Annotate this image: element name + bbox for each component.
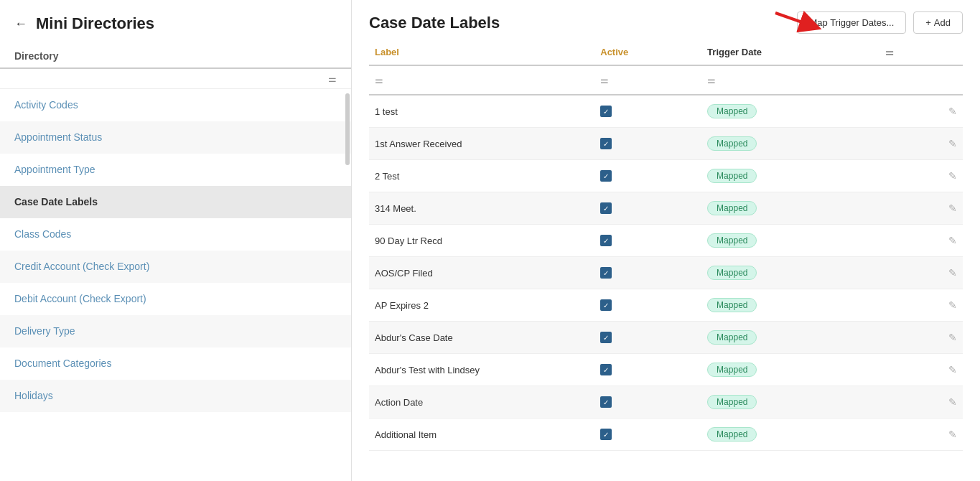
edit-icon[interactable]: ✎ [948,332,957,343]
table-row: AP Expires 2✓Mapped✎ [369,289,963,322]
cell-label: Additional Item [369,419,594,451]
mapped-badge: Mapped [707,330,757,345]
checkbox-checked-icon[interactable]: ✓ [600,332,612,343]
sidebar-item-appointment-status[interactable]: Appointment Status [0,121,351,154]
cell-action: ✎ [879,225,963,257]
table-row: 1 test✓Mapped✎ [369,95,963,128]
add-button[interactable]: + Add [913,11,963,34]
edit-icon[interactable]: ✎ [948,364,957,375]
checkbox-checked-icon[interactable]: ✓ [600,170,612,182]
cell-active: ✓ [594,160,701,192]
edit-icon[interactable]: ✎ [948,106,957,117]
cell-label: Action Date [369,386,594,419]
mapped-badge: Mapped [707,104,757,118]
sidebar-item-debit-account[interactable]: Debit Account (Check Export) [0,283,351,315]
checkbox-checked-icon[interactable]: ✓ [600,267,612,279]
sidebar-item-delivery-type[interactable]: Delivery Type [0,315,351,347]
table-row: 90 Day Ltr Recd✓Mapped✎ [369,225,963,257]
cell-trigger: Mapped [701,225,879,257]
trigger-filter-icon[interactable]: ⚌ [707,75,716,85]
checkbox-checked-icon[interactable]: ✓ [600,364,612,375]
cell-action: ✎ [879,289,963,322]
sidebar-header: ← Mini Directories [0,14,351,45]
table-row: Abdur's Case Date✓Mapped✎ [369,322,963,354]
cell-action: ✎ [879,354,963,386]
sidebar-item-holidays[interactable]: Holidays [0,380,351,412]
col-header-trigger: Trigger Date [701,39,879,65]
sidebar-item-class-codes[interactable]: Class Codes [0,218,351,251]
main-header: Case Date Labels Map Trigger Dates... + … [352,0,980,39]
filter-icon[interactable]: ⚌ [328,73,337,84]
mapped-badge: Mapped [707,298,757,312]
edit-icon[interactable]: ✎ [948,170,957,182]
cell-active: ✓ [594,354,701,386]
arrow-annotation [772,7,829,38]
sidebar-items-list: Activity CodesAppointment StatusAppointm… [0,89,351,412]
table-header-row: Label Active Trigger Date ⚌ [369,39,963,65]
cell-label: Abdur's Test with Lindsey [369,354,594,386]
directory-col-header: Directory [0,45,351,69]
table-row: 314 Meet.✓Mapped✎ [369,192,963,225]
edit-icon[interactable]: ✎ [948,235,957,246]
cell-active: ✓ [594,225,701,257]
cell-trigger: Mapped [701,128,879,160]
mapped-badge: Mapped [707,136,757,151]
case-date-labels-table: Label Active Trigger Date ⚌ ⚌ ⚌ [369,39,963,451]
mapped-badge: Mapped [707,363,757,377]
checkbox-checked-icon[interactable]: ✓ [600,138,612,149]
table-row: 1st Answer Received✓Mapped✎ [369,128,963,160]
cell-action: ✎ [879,95,963,128]
cell-active: ✓ [594,95,701,128]
table-body: 1 test✓Mapped✎1st Answer Received✓Mapped… [369,95,963,451]
sidebar-title: Mini Directories [36,14,154,33]
checkbox-checked-icon[interactable]: ✓ [600,299,612,311]
col-header-label: Label [369,39,594,65]
edit-icon[interactable]: ✎ [948,267,957,279]
active-filter-icon[interactable]: ⚌ [600,75,609,85]
svg-line-1 [775,13,816,27]
data-table-wrapper: Label Active Trigger Date ⚌ ⚌ ⚌ [352,39,980,481]
red-arrow-icon [772,7,829,36]
checkbox-checked-icon[interactable]: ✓ [600,429,612,440]
action-filter-cell [879,65,963,95]
sidebar-item-case-date-labels[interactable]: Case Date Labels [0,186,351,218]
sidebar-item-credit-account[interactable]: Credit Account (Check Export) [0,251,351,283]
checkbox-checked-icon[interactable]: ✓ [600,396,612,408]
cell-active: ✓ [594,419,701,451]
mapped-badge: Mapped [707,266,757,280]
cell-action: ✎ [879,322,963,354]
edit-icon[interactable]: ✎ [948,299,957,311]
checkbox-checked-icon[interactable]: ✓ [600,106,612,117]
cell-label: Abdur's Case Date [369,322,594,354]
edit-icon[interactable]: ✎ [948,429,957,440]
cell-action: ✎ [879,128,963,160]
col-header-action: ⚌ [879,39,963,65]
sidebar-item-appointment-type[interactable]: Appointment Type [0,154,351,186]
mapped-badge: Mapped [707,427,757,442]
edit-icon[interactable]: ✎ [948,138,957,149]
cell-trigger: Mapped [701,95,879,128]
checkbox-checked-icon[interactable]: ✓ [600,235,612,246]
mapped-badge: Mapped [707,201,757,215]
table-filter-icon[interactable]: ⚌ [885,47,894,57]
sidebar: ← Mini Directories Directory ⚌ Activity … [0,0,352,481]
sidebar-item-document-categories[interactable]: Document Categories [0,347,351,380]
sidebar-item-activity-codes[interactable]: Activity Codes [0,89,351,121]
main-content: Case Date Labels Map Trigger Dates... + … [352,0,980,481]
edit-icon[interactable]: ✎ [948,202,957,214]
back-button[interactable]: ← [14,17,27,32]
cell-label: AP Expires 2 [369,289,594,322]
cell-action: ✎ [879,386,963,419]
cell-trigger: Mapped [701,289,879,322]
cell-label: 90 Day Ltr Recd [369,225,594,257]
checkbox-checked-icon[interactable]: ✓ [600,202,612,214]
cell-action: ✎ [879,192,963,225]
cell-trigger: Mapped [701,192,879,225]
cell-active: ✓ [594,128,701,160]
active-filter-cell: ⚌ [594,65,701,95]
cell-trigger: Mapped [701,257,879,289]
edit-icon[interactable]: ✎ [948,396,957,408]
sidebar-scrollbar[interactable] [345,93,350,165]
label-filter-cell: ⚌ [369,65,594,95]
label-filter-icon[interactable]: ⚌ [375,75,383,85]
